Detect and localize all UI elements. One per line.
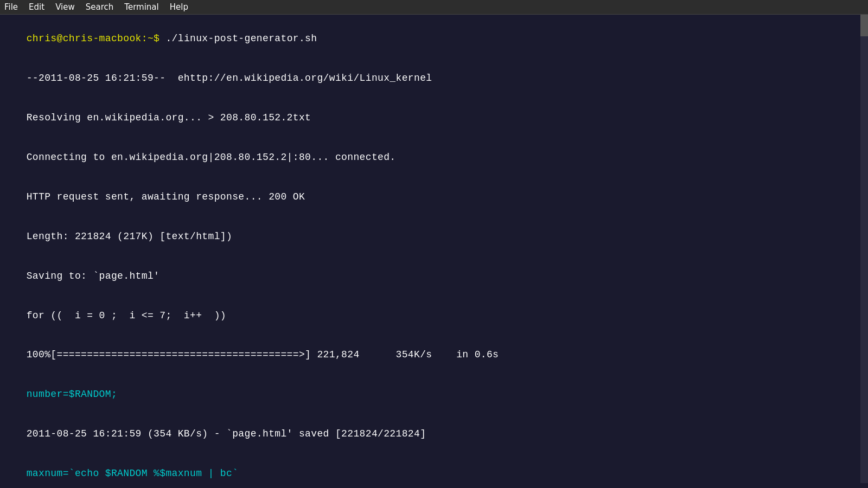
terminal-line: Saving to: `page.html': [2, 256, 866, 296]
scrollbar[interactable]: [860, 15, 868, 483]
terminal-line: for (( i = 0 ; i <= 7; i++ )): [2, 296, 866, 335]
terminal-line: Connecting to en.wikipedia.org|208.80.15…: [2, 138, 866, 177]
menu-file[interactable]: File: [4, 2, 18, 12]
terminal-line: 100%[===================================…: [2, 335, 866, 375]
terminal-line: number=$RANDOM;: [2, 375, 866, 414]
terminal-line: --2011-08-25 16:21:59-- ehttp://en.wikip…: [2, 59, 866, 98]
menu-search[interactable]: Search: [86, 2, 114, 12]
menu-view[interactable]: View: [55, 2, 75, 12]
terminal-body[interactable]: chris@chris-macbook:~$ ./linux-post-gene…: [0, 15, 868, 483]
menu-help[interactable]: Help: [170, 2, 188, 12]
menu-edit[interactable]: Edit: [29, 2, 44, 12]
terminal-line: Resolving en.wikipedia.org... > 208.80.1…: [2, 98, 866, 138]
terminal-line: 2011-08-25 16:21:59 (354 KB/s) - `page.h…: [2, 414, 866, 454]
menu-terminal[interactable]: Terminal: [124, 2, 158, 12]
terminal-line: maxnum=`echo $RANDOM %$maxnum | bc`: [2, 454, 866, 483]
terminal-line: Length: 221824 (217K) [text/html]): [2, 216, 866, 256]
terminal-line: HTTP request sent, awaiting response... …: [2, 177, 866, 217]
scrollbar-thumb[interactable]: [860, 15, 868, 36]
terminal-line: chris@chris-macbook:~$ ./linux-post-gene…: [2, 19, 866, 59]
menu-bar: File Edit View Search Terminal Help: [0, 0, 868, 15]
